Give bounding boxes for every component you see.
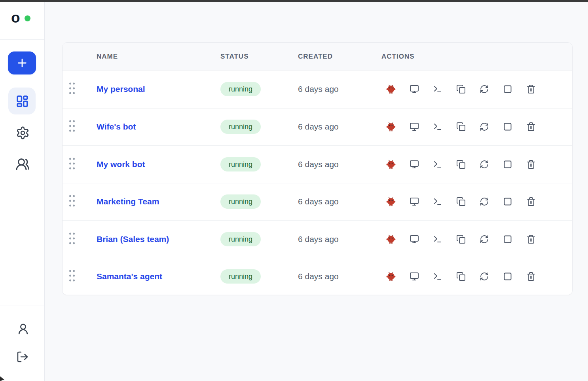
- copy-icon: [456, 160, 466, 169]
- gear-icon: [16, 126, 30, 140]
- new-agent-button[interactable]: [8, 51, 36, 74]
- created-text: 6 days ago: [298, 122, 381, 131]
- bot-icon: [386, 196, 396, 207]
- restart-button[interactable]: [479, 234, 489, 245]
- terminal-icon: [433, 122, 442, 131]
- monitor-icon: [410, 160, 419, 169]
- terminal-button[interactable]: [432, 159, 443, 170]
- sidebar-item-profile[interactable]: [13, 319, 32, 338]
- delete-button[interactable]: [526, 159, 536, 170]
- view-screen-button[interactable]: [409, 271, 419, 282]
- restart-button[interactable]: [479, 159, 489, 170]
- delete-button[interactable]: [526, 234, 536, 245]
- users-icon: [15, 157, 30, 171]
- window-top-bar: [0, 0, 588, 2]
- copy-button[interactable]: [456, 84, 466, 95]
- agent-name-link[interactable]: My work bot: [97, 160, 145, 169]
- stop-square-icon: [503, 197, 512, 206]
- copy-button[interactable]: [456, 196, 466, 207]
- table-row: Wife's bot running 6 days ago: [63, 108, 572, 146]
- delete-button[interactable]: [526, 121, 536, 132]
- agent-name-link[interactable]: Marketing Team: [97, 197, 159, 206]
- sidebar-item-logout[interactable]: [13, 347, 32, 366]
- copy-button[interactable]: [456, 159, 466, 170]
- view-screen-button[interactable]: [409, 196, 419, 207]
- bot-action-button[interactable]: [386, 196, 396, 207]
- status-badge: running: [220, 269, 261, 284]
- drag-handle[interactable]: [68, 269, 76, 282]
- sidebar-item-team[interactable]: [13, 155, 32, 174]
- grip-dots-icon: [68, 232, 76, 245]
- copy-button[interactable]: [456, 271, 466, 282]
- status-badge: running: [220, 120, 261, 134]
- terminal-icon: [433, 272, 442, 281]
- plus-icon: [16, 57, 28, 69]
- agent-name-link[interactable]: Wife's bot: [97, 122, 136, 131]
- grip-dots-icon: [68, 194, 76, 208]
- terminal-button[interactable]: [432, 84, 443, 95]
- delete-button[interactable]: [526, 271, 536, 282]
- row-actions: [381, 271, 572, 282]
- sidebar-item-dashboard[interactable]: [8, 88, 36, 114]
- stop-button[interactable]: [503, 159, 513, 170]
- bot-action-button[interactable]: [386, 234, 396, 245]
- copy-button[interactable]: [456, 234, 466, 245]
- created-text: 6 days ago: [298, 234, 381, 244]
- status-badge: running: [220, 157, 261, 171]
- terminal-icon: [433, 234, 442, 244]
- terminal-icon: [433, 197, 442, 206]
- drag-handle[interactable]: [68, 194, 76, 208]
- agent-name-link[interactable]: My personal: [97, 84, 145, 93]
- status-badge: running: [220, 82, 261, 96]
- terminal-button[interactable]: [432, 234, 443, 245]
- drag-handle[interactable]: [68, 82, 76, 95]
- agent-name-link[interactable]: Samanta's agent: [97, 272, 162, 281]
- view-screen-button[interactable]: [409, 121, 419, 132]
- column-header-actions: ACTIONS: [381, 53, 572, 61]
- layout-dashboard-icon: [15, 94, 29, 108]
- stop-button[interactable]: [503, 196, 513, 207]
- view-screen-button[interactable]: [409, 234, 419, 245]
- copy-button[interactable]: [456, 121, 466, 132]
- drag-handle[interactable]: [68, 157, 76, 170]
- created-text: 6 days ago: [298, 272, 381, 281]
- logout-icon: [16, 351, 29, 363]
- restart-button[interactable]: [479, 121, 489, 132]
- stop-button[interactable]: [503, 121, 513, 132]
- restart-button[interactable]: [479, 271, 489, 282]
- agent-name-link[interactable]: Brian (Sales team): [97, 234, 169, 244]
- sidebar-item-settings[interactable]: [13, 123, 32, 142]
- stop-button[interactable]: [503, 234, 513, 245]
- stop-button[interactable]: [503, 84, 513, 95]
- refresh-icon: [480, 160, 489, 169]
- view-screen-button[interactable]: [409, 84, 419, 95]
- stop-square-icon: [503, 122, 512, 131]
- bot-action-button[interactable]: [386, 84, 396, 95]
- view-screen-button[interactable]: [409, 159, 419, 170]
- row-actions: [381, 159, 572, 170]
- online-status-dot: [25, 15, 30, 21]
- row-actions: [381, 234, 572, 245]
- bot-action-button[interactable]: [386, 271, 396, 282]
- mouse-cursor: [0, 375, 7, 381]
- drag-handle[interactable]: [68, 232, 76, 245]
- trash-icon: [526, 84, 536, 94]
- trash-icon: [526, 234, 536, 244]
- terminal-button[interactable]: [432, 196, 443, 207]
- stop-button[interactable]: [503, 271, 513, 282]
- bot-action-button[interactable]: [386, 121, 396, 132]
- table-row: My personal running 6 days ago: [63, 70, 572, 108]
- delete-button[interactable]: [526, 84, 536, 95]
- refresh-icon: [480, 84, 489, 94]
- row-actions: [381, 84, 572, 95]
- terminal-button[interactable]: [432, 271, 443, 282]
- restart-button[interactable]: [479, 84, 489, 95]
- drag-handle[interactable]: [68, 119, 76, 133]
- restart-button[interactable]: [479, 196, 489, 207]
- copy-icon: [456, 272, 466, 281]
- delete-button[interactable]: [526, 196, 536, 207]
- bot-action-button[interactable]: [386, 159, 396, 170]
- terminal-button[interactable]: [432, 121, 443, 132]
- row-actions: [381, 196, 572, 207]
- table-header: NAME STATUS CREATED ACTIONS: [63, 43, 572, 70]
